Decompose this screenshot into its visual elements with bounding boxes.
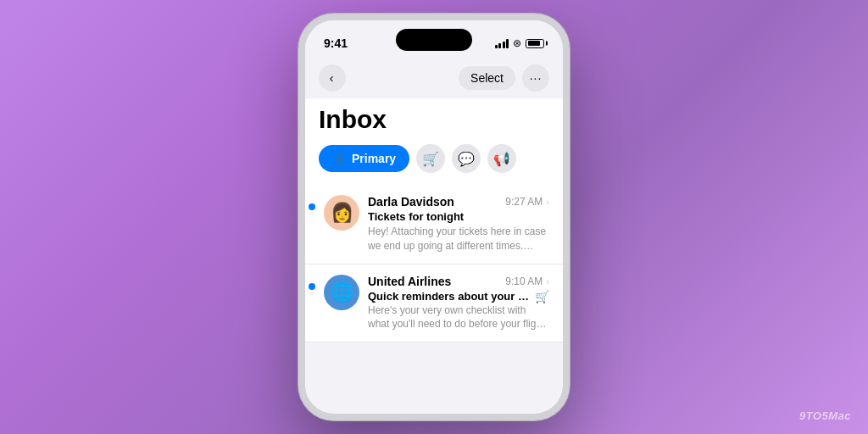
email-time-2: 9:10 AM xyxy=(505,275,542,287)
email-content-2: United Airlines 9:10 AM › Quick reminder… xyxy=(368,275,549,332)
avatar-emoji-2: 🌐 xyxy=(331,281,353,303)
megaphone-icon: 📢 xyxy=(493,151,510,167)
more-dots-icon: ··· xyxy=(530,71,542,85)
inbox-title: Inbox xyxy=(305,98,563,144)
select-button[interactable]: Select xyxy=(459,66,515,90)
email-content-1: Darla Davidson 9:27 AM › Tickets for ton… xyxy=(368,195,549,253)
signal-icon xyxy=(495,39,509,48)
person-icon: 👤 xyxy=(332,152,347,165)
tab-primary-label: Primary xyxy=(352,152,396,165)
more-button[interactable]: ··· xyxy=(522,64,549,92)
shopping-badge-icon: 🛒 xyxy=(535,290,549,303)
tab-shopping[interactable]: 🛒 xyxy=(416,144,445,173)
email-sender-1: Darla Davidson xyxy=(368,195,454,209)
back-button[interactable]: ‹ xyxy=(319,64,346,92)
tab-promotions[interactable]: 📢 xyxy=(487,144,516,173)
email-list: 👩 Darla Davidson 9:27 AM › Tickets for t… xyxy=(305,185,563,342)
back-chevron-icon: ‹ xyxy=(330,71,334,85)
nav-bar: ‹ Select ··· xyxy=(305,61,563,98)
avatar-emoji-1: 👩 xyxy=(331,202,353,224)
phone-frame: 9:41 ⊛ ‹ Select xyxy=(298,14,570,420)
email-time-row-2: 9:10 AM › xyxy=(505,275,549,287)
email-time-row-1: 9:27 AM › xyxy=(505,196,549,208)
chevron-right-icon-2: › xyxy=(546,276,549,287)
table-row[interactable]: 👩 Darla Davidson 9:27 AM › Tickets for t… xyxy=(305,185,563,264)
status-time: 9:41 xyxy=(324,36,348,50)
avatar: 🌐 xyxy=(324,275,359,310)
email-header-2: United Airlines 9:10 AM › xyxy=(368,275,549,288)
phone-wrapper: 9:41 ⊛ ‹ Select xyxy=(298,14,570,420)
email-time-1: 9:27 AM xyxy=(505,196,542,208)
category-tabs: 👤 Primary 🛒 💬 📢 xyxy=(305,144,563,185)
battery-icon xyxy=(526,39,544,48)
dynamic-island xyxy=(396,29,472,51)
email-sender-2: United Airlines xyxy=(368,275,451,288)
content-area: Inbox 👤 Primary 🛒 💬 📢 xyxy=(305,98,563,342)
unread-dot-1 xyxy=(309,203,315,210)
email-preview-1: Hey! Attaching your tickets here in case… xyxy=(368,225,549,253)
status-icons: ⊛ xyxy=(495,37,545,49)
shopping-cart-icon: 🛒 xyxy=(422,151,439,167)
watermark: 9TO5Mac xyxy=(799,409,851,422)
tab-social[interactable]: 💬 xyxy=(452,144,481,173)
unread-dot-2 xyxy=(309,283,315,290)
email-subject-row-2: Quick reminders about your upcoming… 🛒 xyxy=(368,290,549,303)
email-subject-1: Tickets for tonight xyxy=(368,210,549,223)
email-header-1: Darla Davidson 9:27 AM › xyxy=(368,195,549,209)
tab-primary[interactable]: 👤 Primary xyxy=(319,145,409,172)
email-preview-2: Here's your very own checklist with what… xyxy=(368,303,549,332)
avatar: 👩 xyxy=(324,195,359,231)
chevron-right-icon-1: › xyxy=(546,197,549,207)
chat-icon: 💬 xyxy=(458,151,475,167)
table-row[interactable]: 🌐 United Airlines 9:10 AM › Quick remind… xyxy=(305,264,563,343)
nav-right-controls: Select ··· xyxy=(459,64,549,92)
wifi-icon: ⊛ xyxy=(513,37,521,49)
watermark-text: 9TO5Mac xyxy=(799,409,851,422)
email-subject-2: Quick reminders about your upcoming… xyxy=(368,290,531,303)
